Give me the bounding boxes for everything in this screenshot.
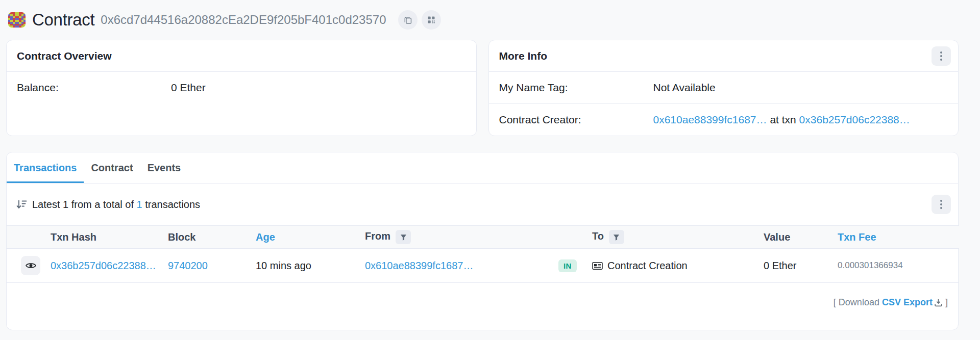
balance-value: 0 Ether bbox=[171, 81, 206, 95]
balance-label: Balance: bbox=[17, 81, 171, 95]
qr-code-icon bbox=[427, 16, 435, 24]
header-direction-spacer bbox=[558, 226, 592, 249]
page: Contract 0x6cd7d44516a20882cEa2DE9f205bF… bbox=[0, 0, 980, 340]
txn-hash-link[interactable]: 0x36b257d06c22388… bbox=[51, 260, 156, 271]
creator-txn-link[interactable]: 0x36b257d06c22388… bbox=[799, 114, 910, 125]
column-from-label: From bbox=[365, 230, 390, 242]
column-value: Value bbox=[764, 226, 838, 249]
page-title: Contract bbox=[32, 10, 94, 30]
transactions-count-link[interactable]: 1 bbox=[137, 199, 142, 210]
column-txn-hash: Txn Hash bbox=[51, 226, 168, 249]
column-txn-fee[interactable]: Txn Fee bbox=[838, 226, 959, 249]
contract-overview-card: Contract Overview Balance: 0 Ether bbox=[6, 40, 477, 136]
table-header-row: Txn Hash Block Age From To Value Txn Fee bbox=[7, 226, 959, 249]
column-to-label: To bbox=[592, 230, 604, 242]
txn-preview-button[interactable] bbox=[21, 256, 40, 275]
column-to: To bbox=[592, 226, 764, 249]
contract-creator-value: 0x610ae88399fc1687… at txn 0x36b257d06c2… bbox=[653, 113, 910, 127]
creator-address-link[interactable]: 0x610ae88399fc1687… bbox=[653, 114, 767, 125]
from-filter-button[interactable] bbox=[396, 230, 411, 244]
transactions-menu-button[interactable] bbox=[932, 195, 951, 214]
txn-fee-cell: 0.000301366934 bbox=[838, 249, 959, 283]
tab-contract[interactable]: Contract bbox=[84, 152, 140, 183]
qr-code-button[interactable] bbox=[422, 10, 441, 30]
balance-row: Balance: 0 Ether bbox=[7, 72, 476, 103]
csv-bracket-close: ] bbox=[945, 297, 948, 307]
copy-address-button[interactable] bbox=[398, 10, 418, 30]
to-filter-button[interactable] bbox=[609, 230, 624, 244]
contract-creator-row: Contract Creator: 0x610ae88399fc1687… at… bbox=[489, 103, 959, 136]
transaction-row: 0x36b257d06c22388… 9740200 10 mins ago 0… bbox=[7, 249, 959, 283]
more-info-header: More Info bbox=[489, 40, 959, 72]
download-icon bbox=[934, 299, 943, 309]
value-cell: 0 Ether bbox=[764, 249, 838, 283]
creator-separator: at txn bbox=[770, 114, 796, 125]
kebab-menu-icon bbox=[940, 199, 943, 210]
transactions-toolbar: Latest 1 from a total of 1 transactions bbox=[7, 184, 958, 225]
summary-prefix: Latest 1 from a total of bbox=[32, 199, 134, 210]
csv-export-link[interactable]: CSV Export bbox=[882, 297, 943, 307]
column-from: From bbox=[365, 226, 558, 249]
name-tag-label: My Name Tag: bbox=[499, 81, 653, 95]
column-age[interactable]: Age bbox=[256, 226, 365, 249]
transactions-card: Transactions Contract Events Latest 1 fr… bbox=[6, 152, 959, 330]
eye-icon bbox=[26, 261, 36, 270]
name-tag-row: My Name Tag: Not Available bbox=[489, 72, 959, 103]
more-info-card: More Info My Name Tag: Not Available Con… bbox=[488, 40, 959, 136]
contract-overview-title: Contract Overview bbox=[17, 50, 112, 62]
sort-descending-icon bbox=[16, 199, 27, 210]
contract-overview-header: Contract Overview bbox=[7, 40, 476, 72]
from-address-link[interactable]: 0x610ae88399fc1687… bbox=[365, 260, 473, 271]
method-label: Contract Creation bbox=[607, 260, 688, 272]
tab-events[interactable]: Events bbox=[140, 152, 188, 183]
copy-icon bbox=[404, 16, 412, 24]
method-cell: Contract Creation bbox=[592, 260, 764, 272]
csv-export-label: CSV Export bbox=[882, 297, 933, 307]
contract-address: 0x6cd7d44516a20882cEa2DE9f205bF401c0d235… bbox=[101, 13, 386, 27]
header-eye-spacer bbox=[7, 226, 51, 249]
direction-in-badge: IN bbox=[558, 259, 577, 272]
more-info-menu-button[interactable] bbox=[932, 46, 951, 66]
column-block: Block bbox=[168, 226, 256, 249]
contract-creator-label: Contract Creator: bbox=[499, 113, 653, 127]
transactions-table: Txn Hash Block Age From To Value Txn Fee bbox=[7, 225, 959, 283]
csv-export-row: [ Download CSV Export ] bbox=[7, 283, 958, 309]
tab-transactions[interactable]: Transactions bbox=[7, 152, 84, 183]
summary-cards-row: Contract Overview Balance: 0 Ether More … bbox=[6, 40, 959, 136]
filter-icon bbox=[400, 234, 407, 241]
contract-identicon-icon bbox=[8, 12, 26, 28]
page-header: Contract 0x6cd7d44516a20882cEa2DE9f205bF… bbox=[6, 7, 959, 40]
summary-suffix: transactions bbox=[145, 199, 200, 210]
csv-bracket-open: [ Download bbox=[834, 297, 879, 307]
name-tag-value: Not Available bbox=[653, 81, 716, 95]
more-info-title: More Info bbox=[499, 50, 548, 62]
kebab-menu-icon bbox=[940, 51, 943, 61]
filter-icon bbox=[613, 234, 620, 241]
tabbar: Transactions Contract Events bbox=[7, 152, 958, 184]
age-cell: 10 mins ago bbox=[256, 249, 365, 283]
contract-creation-icon bbox=[592, 261, 603, 270]
block-link[interactable]: 9740200 bbox=[168, 260, 208, 271]
transactions-summary: Latest 1 from a total of 1 transactions bbox=[32, 199, 200, 211]
